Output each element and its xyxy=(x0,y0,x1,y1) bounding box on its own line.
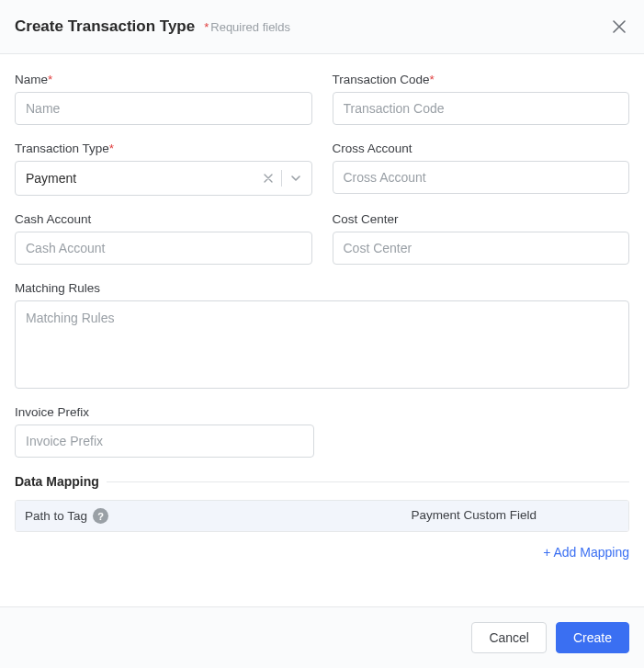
matching-rules-input[interactable] xyxy=(15,300,629,389)
transaction-type-value: Payment xyxy=(26,171,76,186)
clear-icon xyxy=(264,174,273,183)
add-mapping-button[interactable]: + Add Mapping xyxy=(543,545,629,560)
create-button[interactable]: Create xyxy=(556,622,629,653)
transaction-type-label: Transaction Type* xyxy=(15,142,312,155)
transaction-type-caret[interactable] xyxy=(288,170,304,187)
transaction-type-select[interactable]: Payment xyxy=(15,161,312,196)
chevron-down-icon xyxy=(290,173,301,184)
modal-body: Name* Transaction Code* Transaction Type… xyxy=(0,54,644,606)
modal-header: Create Transaction Type *Required fields xyxy=(0,0,644,54)
path-to-tag-header: Path to Tag xyxy=(25,509,87,523)
matching-rules-label: Matching Rules xyxy=(15,281,629,295)
transaction-code-label: Transaction Code* xyxy=(333,73,630,86)
path-to-tag-help[interactable]: ? xyxy=(93,508,108,524)
data-mapping-section-header: Data Mapping xyxy=(15,474,629,489)
select-separator xyxy=(281,170,282,187)
cash-account-input[interactable] xyxy=(15,232,312,265)
invoice-prefix-label: Invoice Prefix xyxy=(15,405,314,419)
cost-center-input[interactable] xyxy=(333,232,630,265)
data-mapping-table-header: Path to Tag ? Payment Custom Field xyxy=(16,501,628,531)
create-transaction-type-modal: Create Transaction Type *Required fields… xyxy=(0,0,644,668)
name-input[interactable] xyxy=(15,92,312,125)
modal-title: Create Transaction Type xyxy=(15,17,195,36)
cash-account-label: Cash Account xyxy=(15,212,312,226)
cross-account-label: Cross Account xyxy=(333,142,630,155)
modal-footer: Cancel Create xyxy=(0,606,644,668)
close-icon xyxy=(613,20,626,33)
help-icon: ? xyxy=(97,511,104,522)
invoice-prefix-input[interactable] xyxy=(15,425,314,458)
data-mapping-table: Path to Tag ? Payment Custom Field xyxy=(15,500,629,532)
required-fields-hint: *Required fields xyxy=(204,20,290,34)
cross-account-input[interactable] xyxy=(333,161,630,194)
section-divider-line xyxy=(107,481,629,482)
cancel-button[interactable]: Cancel xyxy=(471,622,547,653)
custom-field-header: Payment Custom Field xyxy=(412,508,619,524)
data-mapping-title: Data Mapping xyxy=(15,474,99,489)
name-label: Name* xyxy=(15,73,312,86)
close-button[interactable] xyxy=(609,17,629,37)
transaction-code-input[interactable] xyxy=(333,92,630,125)
cost-center-label: Cost Center xyxy=(333,212,630,226)
transaction-type-clear[interactable] xyxy=(261,171,276,186)
